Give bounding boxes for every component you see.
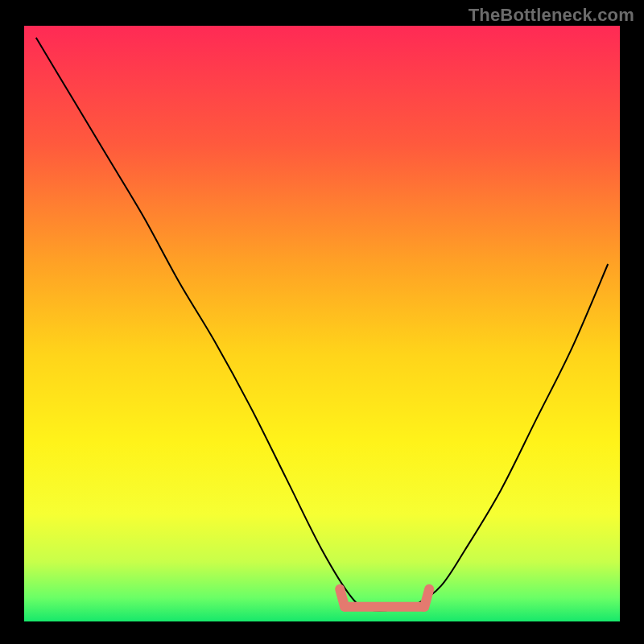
heat-gradient-background bbox=[24, 26, 620, 621]
chart-container: TheBottleneck.com bbox=[0, 0, 644, 644]
optimal-range-right-tick bbox=[424, 589, 429, 607]
bottleneck-chart bbox=[0, 0, 644, 644]
